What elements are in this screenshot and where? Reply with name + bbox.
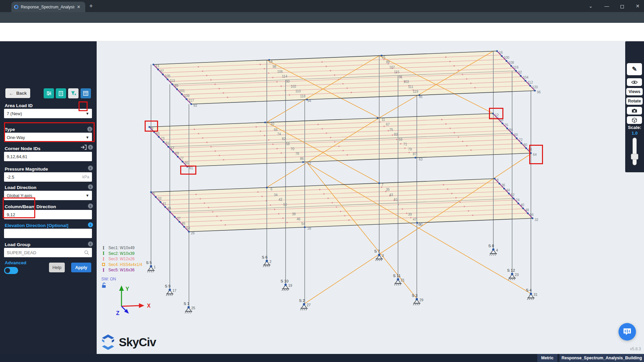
corner-nodes-info-icon[interactable]: i [88,145,93,150]
window-minimize-icon[interactable]: — [602,3,612,9]
column-beam-info-icon[interactable]: i [88,203,93,209]
support-label: S 12 [507,268,515,272]
elevation-info-icon[interactable]: i [88,222,93,227]
support-hatch [379,259,381,261]
pick-nodes-icon[interactable] [81,144,87,150]
unlock-icon[interactable] [101,282,107,288]
filter-clear-button[interactable] [68,88,79,98]
support-hatch [514,278,515,280]
units-button[interactable]: Metric [537,354,557,362]
node [181,93,183,95]
rotate-button[interactable]: Rotate [626,97,643,105]
browser-tab[interactable]: Response_Spectrum_Analysis_Bui ✕ [11,2,85,12]
pressure-info-icon[interactable]: i [88,166,93,171]
node-label: 48 [525,208,529,212]
scale-slider-handle[interactable] [631,154,638,160]
load-group-label: Load Group [5,242,31,247]
load-group-info-icon[interactable]: i [88,241,93,246]
structure-3d-view[interactable]: S 51S 917S 125S 62S 1019S 227S 73S 1121S… [97,41,644,354]
advanced-link[interactable]: Advanced [5,260,27,265]
screenshot-button[interactable] [627,107,642,115]
new-tab-button[interactable]: + [89,3,93,9]
section-shape-icon: I [101,246,106,250]
brace [305,154,531,304]
load-direction-info-icon[interactable]: i [88,184,93,189]
elevation-direction-input[interactable] [4,229,92,238]
node-label: 90 [286,80,290,83]
support-hatch [300,308,302,310]
support-hatch [267,265,268,267]
node-label: 75 [389,128,393,132]
back-button[interactable]: ← Back [5,88,30,98]
visibility-button[interactable] [627,78,642,86]
annotation-red-box [4,122,95,142]
load-group-input[interactable] [4,248,92,257]
advanced-toggle[interactable] [4,267,18,274]
node-label: 13 [155,64,159,68]
load-dot [268,73,269,74]
window-menu-chevron-icon[interactable]: ⌄ [586,3,596,9]
node [188,231,190,232]
load-dot [449,61,451,62]
legend-label: Sec5: W16x36 [108,268,135,272]
datasheet-button[interactable] [81,88,91,98]
chat-support-button[interactable] [618,323,636,341]
support-label: S 11 [393,274,401,278]
load-dot [212,211,213,213]
node [534,90,536,91]
load-dot [218,88,220,89]
window-close-icon[interactable]: ✕ [633,3,643,9]
support-hatch [490,254,491,256]
load-dot [443,184,444,185]
support-hatch [172,294,173,296]
node [186,98,187,100]
pressure-value[interactable] [7,175,74,180]
load-dot [453,65,455,66]
support-hatch [288,289,289,291]
draw-pencil-button[interactable]: ✎ [627,63,642,75]
apply-button[interactable]: Apply [71,263,91,272]
filter-x-icon [71,91,76,96]
support-node [303,303,305,306]
support-hatch [493,254,495,256]
load-dot [338,145,340,147]
window-restore-icon[interactable] [617,4,627,9]
load-group-value[interactable] [7,250,77,255]
node [172,151,174,152]
load-dot [470,83,472,84]
help-button[interactable]: Help [49,263,65,272]
scale-slider-track[interactable] [633,138,637,165]
corner-node-ids-value[interactable] [7,154,89,159]
model-name-label: Response_Spectrum_Analysis_Building [559,354,644,362]
building-tool-button[interactable] [56,88,66,98]
load-dot [388,130,389,131]
support-label: S 4 [526,288,532,292]
node-label: 85 [185,161,189,165]
load-dot [404,147,406,149]
node-label: 71 [403,142,407,146]
load-settings-button[interactable] [44,88,54,98]
support-hatch [286,289,287,291]
skyciv-logo-icon [101,334,115,350]
node [158,136,160,138]
load-dot [445,123,447,125]
node-label: 39 [408,213,412,216]
load-dot [340,211,341,212]
3d-view-button[interactable] [627,116,642,124]
node-label: 49 [167,207,171,210]
load-dot [474,87,476,88]
corner-node-ids-input[interactable] [4,152,92,161]
node-label: 51 [394,198,398,201]
support-label: S 9 [165,284,170,288]
scale-label: Scale: [625,125,644,130]
tab-close-icon[interactable]: ✕ [77,4,81,9]
node [171,83,173,85]
load-dot [214,84,216,85]
node [508,193,510,194]
node-label: 79 [408,147,412,151]
load-dot [210,146,212,147]
views-button[interactable]: Views [626,88,643,95]
pressure-magnitude-input[interactable]: kPa [4,172,92,182]
load-dot [282,218,284,219]
elevation-value[interactable] [7,231,89,236]
